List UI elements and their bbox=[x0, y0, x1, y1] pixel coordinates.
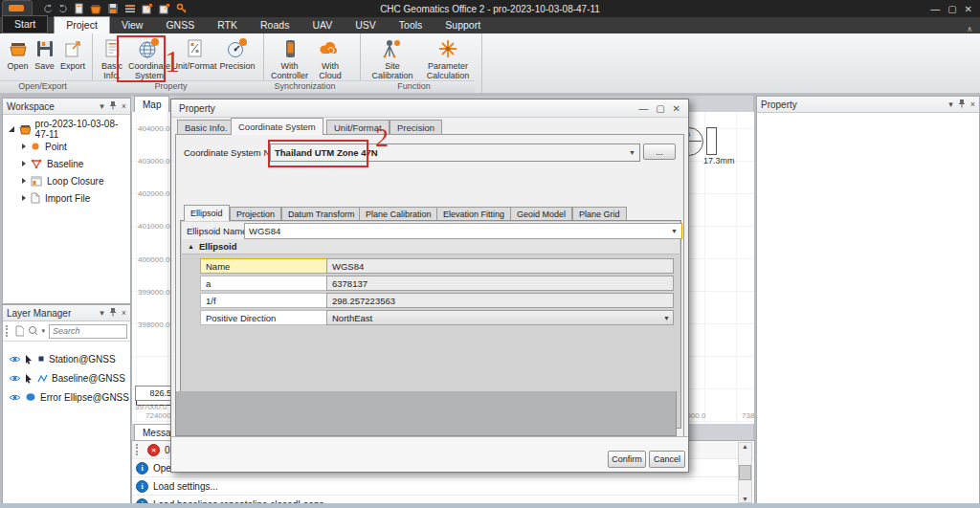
export-icon[interactable] bbox=[142, 3, 153, 14]
ellipsoid-name-label: Ellipsoid Name: bbox=[182, 226, 250, 236]
save-button[interactable]: Save bbox=[32, 35, 57, 71]
message-row[interactable]: i Load settings... bbox=[132, 477, 754, 496]
table-key-positive-direction[interactable]: Positive Direction bbox=[200, 310, 329, 325]
tab-start[interactable]: Start bbox=[2, 15, 48, 33]
message-scrollbar[interactable]: ▲ ▼ bbox=[738, 442, 752, 503]
scroll-thumb[interactable] bbox=[739, 465, 751, 480]
collapsed-icon[interactable] bbox=[22, 144, 26, 149]
layer-row-station[interactable]: Station@GNSS bbox=[3, 349, 130, 368]
dialog-minimize-icon[interactable]: — bbox=[638, 103, 648, 114]
table-key-name[interactable]: Name bbox=[200, 258, 329, 274]
tab-tools[interactable]: Tools bbox=[388, 17, 434, 33]
tree-item-loop-closure[interactable]: Loop Closure bbox=[9, 172, 130, 189]
confirm-button[interactable]: Confirm bbox=[608, 451, 646, 468]
tree-item-import-file[interactable]: Import File bbox=[9, 189, 130, 207]
toolbar-grip[interactable] bbox=[6, 325, 10, 337]
layer-row-error-ellipse[interactable]: Error Ellipse@GNSS bbox=[3, 387, 130, 407]
dialog-titlebar[interactable]: Property — ▢ ✕ bbox=[171, 99, 688, 118]
table-key-1f[interactable]: 1/f bbox=[200, 293, 329, 308]
panel-menu-icon[interactable]: ▾ bbox=[100, 101, 104, 111]
collapsed-icon[interactable] bbox=[22, 178, 26, 184]
tab-usv[interactable]: USV bbox=[344, 17, 388, 33]
parameter-calculation-icon bbox=[436, 36, 459, 61]
expanded-icon[interactable] bbox=[9, 126, 14, 132]
search-input[interactable] bbox=[49, 324, 127, 339]
collapsed-icon[interactable] bbox=[22, 195, 26, 201]
export-button[interactable]: Export bbox=[57, 35, 88, 71]
new-file-icon[interactable] bbox=[75, 3, 84, 14]
tab-uav[interactable]: UAV bbox=[301, 17, 344, 33]
export-icon bbox=[62, 36, 83, 61]
table-value-name[interactable]: WGS84 bbox=[326, 258, 674, 274]
precision-button[interactable]: Precision bbox=[217, 35, 257, 71]
pin-icon[interactable] bbox=[109, 100, 117, 112]
export-as-icon[interactable] bbox=[159, 3, 170, 14]
table-value-positive-direction[interactable]: NorthEast ▼ bbox=[326, 310, 674, 325]
search-menu-icon[interactable]: ▾ bbox=[41, 327, 45, 335]
dialog-tab-coordinate-system[interactable]: Coordinate System bbox=[231, 118, 323, 135]
dropdown-arrow-icon: ▼ bbox=[629, 149, 635, 156]
panel-menu-icon[interactable]: ▾ bbox=[100, 308, 104, 318]
group-label-property: Property bbox=[85, 80, 256, 93]
table-key-a[interactable]: a bbox=[200, 276, 329, 291]
search-icon[interactable] bbox=[28, 325, 38, 337]
list-icon[interactable] bbox=[124, 3, 136, 14]
with-controller-button[interactable]: With Controller bbox=[268, 35, 311, 80]
pin-icon[interactable] bbox=[958, 99, 966, 110]
subtab-ellipsoid[interactable]: Ellipsoid bbox=[184, 205, 230, 221]
minimize-icon[interactable]: — bbox=[930, 4, 940, 14]
with-cloud-button[interactable]: With Cloud bbox=[311, 35, 349, 80]
table-value-1f[interactable]: 298.257223563 bbox=[326, 293, 674, 308]
close-icon[interactable]: × bbox=[122, 101, 126, 111]
open-button[interactable]: Open bbox=[4, 35, 32, 71]
annotation-step-1: 1 bbox=[165, 44, 180, 79]
workspace-panel: Workspace ▾ × pro-2023-10-03-08-47-11 Po… bbox=[2, 98, 131, 304]
toolbar-grip[interactable] bbox=[136, 444, 141, 455]
scroll-down-icon[interactable]: ▼ bbox=[742, 496, 748, 502]
open-project-icon[interactable] bbox=[90, 3, 101, 14]
tab-project[interactable]: Project bbox=[54, 16, 110, 33]
property-panel-title: Property bbox=[761, 99, 797, 110]
eye-icon[interactable] bbox=[9, 374, 21, 383]
scroll-up-icon[interactable]: ▲ bbox=[742, 443, 748, 450]
site-calibration-button[interactable]: Site Calibration bbox=[365, 35, 420, 80]
layer-row-baseline[interactable]: Baseline@GNSS bbox=[3, 368, 130, 387]
ellipsoid-name-combobox[interactable]: WGS84 ▼ bbox=[244, 223, 682, 239]
close-icon[interactable]: × bbox=[122, 308, 126, 318]
collapse-icon[interactable]: ▲ bbox=[188, 243, 194, 250]
ellipsoid-section-header[interactable]: ▲ Ellipsoid bbox=[182, 239, 679, 254]
close-icon[interactable]: × bbox=[970, 99, 975, 109]
undo-icon[interactable] bbox=[42, 4, 53, 14]
new-layer-icon[interactable] bbox=[15, 325, 23, 337]
restore-icon[interactable]: ▢ bbox=[947, 4, 956, 14]
license-key-icon[interactable] bbox=[176, 3, 188, 14]
close-icon[interactable]: ✕ bbox=[965, 4, 972, 14]
dialog-footer: Confirm Cancel bbox=[171, 436, 688, 472]
tree-item-baseline[interactable]: Baseline bbox=[9, 155, 130, 172]
tab-gnss[interactable]: GNSS bbox=[154, 17, 206, 33]
tab-view[interactable]: View bbox=[110, 17, 155, 33]
ribbon-collapse-icon[interactable]: ∧ bbox=[967, 25, 980, 33]
save-project-icon[interactable] bbox=[107, 3, 119, 14]
dialog-close-icon[interactable]: ✕ bbox=[673, 103, 680, 114]
eye-icon[interactable] bbox=[9, 355, 21, 364]
window-titlebar: CHC Geomatics Office 2 - pro-2023-10-03-… bbox=[0, 0, 980, 17]
tab-map[interactable]: Map bbox=[134, 96, 169, 112]
table-value-a[interactable]: 6378137 bbox=[326, 276, 674, 291]
dialog-maximize-icon[interactable]: ▢ bbox=[656, 103, 664, 114]
browse-button[interactable]: ... bbox=[643, 144, 676, 160]
parameter-calculation-button[interactable]: Parameter Calculation bbox=[420, 35, 476, 80]
panel-menu-icon[interactable]: ▾ bbox=[948, 99, 953, 109]
redo-icon[interactable] bbox=[58, 4, 69, 14]
tab-roads[interactable]: Roads bbox=[249, 17, 301, 33]
tree-item-point[interactable]: Point bbox=[9, 138, 130, 155]
tree-root-project[interactable]: pro-2023-10-03-08-47-11 bbox=[9, 121, 130, 138]
collapsed-icon[interactable] bbox=[22, 161, 26, 166]
cancel-button[interactable]: Cancel bbox=[649, 451, 685, 468]
eye-icon[interactable] bbox=[9, 393, 21, 402]
tab-support[interactable]: Support bbox=[434, 17, 492, 33]
pin-icon[interactable] bbox=[109, 307, 117, 319]
unit-format-icon bbox=[185, 36, 204, 61]
tab-rtk[interactable]: RTK bbox=[206, 17, 249, 33]
ellipsoid-name-value: WGS84 bbox=[249, 226, 280, 236]
